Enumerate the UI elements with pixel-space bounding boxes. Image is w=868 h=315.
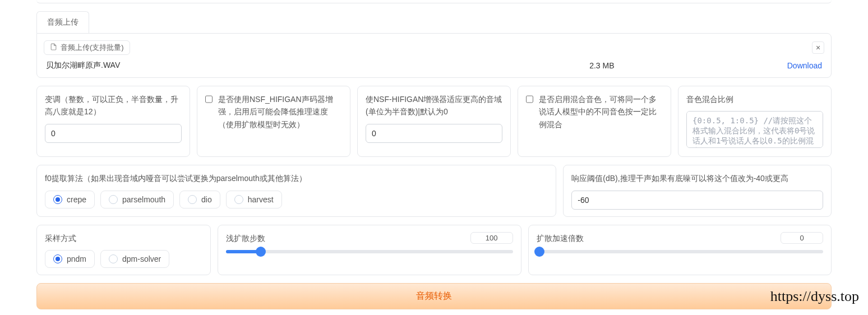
mix-enable-checkbox[interactable]	[526, 95, 533, 103]
tab-audio-upload[interactable]: 音频上传	[36, 11, 89, 33]
f0-option-label: harvest	[248, 195, 274, 204]
radio-circle-icon	[234, 195, 243, 204]
mix-enable-label: 是否启用混合音色，可将同一个多说话人模型中的不同音色按一定比例混合	[539, 93, 663, 131]
download-link[interactable]: Download	[787, 61, 822, 70]
diffusion-accel-label: 扩散加速倍数	[537, 232, 584, 244]
upload-button[interactable]: 音频上传(支持批量)	[44, 40, 130, 55]
f0-option-harvest[interactable]: harvest	[226, 191, 282, 209]
f0-option-label: dio	[201, 195, 212, 204]
sampling-option-label: dpm-solver	[122, 254, 161, 263]
radio-circle-icon	[109, 254, 118, 263]
radio-circle-icon	[109, 195, 118, 204]
close-icon[interactable]: ×	[812, 41, 824, 54]
shallow-diffusion-value[interactable]: 100	[470, 232, 513, 244]
shallow-diffusion-slider[interactable]	[226, 250, 513, 253]
mix-enable-cell: 是否启用混合音色，可将同一个多说话人模型中的不同音色按一定比例混合	[518, 86, 671, 157]
pitch-input[interactable]	[45, 124, 182, 143]
f0-label: f0提取算法（如果出现音域内哑音可以尝试更换为parselmouth或其他算法）	[45, 172, 548, 184]
nsf-semitones-cell: 使NSF-HIFIGAN增强器适应更高的音域(单位为半音数)|默认为0	[357, 86, 511, 157]
file-row: 贝加尔湖畔原声.WAV 2.3 MB Download	[44, 58, 824, 71]
f0-option-parselmouth[interactable]: parselmouth	[100, 191, 174, 209]
threshold-cell: 响应阈值(dB),推理干声如果有底噪可以将这个值改为-40或更高	[563, 165, 832, 216]
sampling-option-label: pndm	[67, 254, 86, 263]
file-name: 贝加尔湖畔原声.WAV	[46, 61, 417, 71]
f0-option-dio[interactable]: dio	[179, 191, 220, 209]
watermark: https://dyss.top	[770, 288, 859, 305]
nsf-semitones-input[interactable]	[366, 124, 502, 143]
upload-label-text: 音频上传(支持批量)	[61, 43, 124, 53]
threshold-input[interactable]	[571, 191, 823, 210]
shallow-diffusion-label: 浅扩散步数	[226, 232, 265, 244]
nsf-enhance-cell: 是否使用NSF_HIFIGAN声码器增强，启用后可能会降低推理速度（使用扩散模型…	[197, 86, 350, 157]
nsf-enhance-label: 是否使用NSF_HIFIGAN声码器增强，启用后可能会降低推理速度（使用扩散模型…	[218, 93, 342, 131]
mix-ratio-label: 音色混合比例	[686, 93, 823, 105]
sampling-option-pndm[interactable]: pndm	[45, 250, 95, 268]
f0-cell: f0提取算法（如果出现音域内哑音可以尝试更换为parselmouth或其他算法）…	[36, 165, 556, 216]
diffusion-accel-value[interactable]: 0	[781, 232, 823, 244]
f0-option-label: parselmouth	[122, 195, 165, 204]
diffusion-accel-slider[interactable]	[537, 250, 823, 253]
sampling-label: 采样方式	[45, 232, 202, 244]
radio-circle-icon	[53, 254, 62, 263]
nsf-semitones-label: 使NSF-HIFIGAN增强器适应更高的音域(单位为半音数)|默认为0	[366, 93, 502, 118]
threshold-label: 响应阈值(dB),推理干声如果有底噪可以将这个值改为-40或更高	[571, 172, 823, 184]
mix-ratio-input[interactable]	[686, 111, 823, 148]
f0-option-label: crepe	[67, 195, 86, 204]
upload-panel: 音频上传(支持批量) × 贝加尔湖畔原声.WAV 2.3 MB Download	[36, 33, 832, 78]
radio-circle-icon	[188, 195, 197, 204]
file-icon	[50, 43, 57, 52]
nsf-enhance-checkbox[interactable]	[205, 95, 213, 103]
radio-circle-icon	[53, 195, 62, 204]
sampling-cell: 采样方式 pndmdpm-solver	[36, 225, 211, 275]
diffusion-accel-cell: 扩散加速倍数 0	[528, 225, 832, 275]
run-button[interactable]: 音频转换	[36, 283, 832, 309]
mix-ratio-cell: 音色混合比例	[678, 86, 832, 157]
pitch-cell: 变调（整数，可以正负，半音数量，升高八度就是12）	[36, 86, 190, 157]
shallow-diffusion-cell: 浅扩散步数 100	[218, 225, 521, 275]
file-size: 2.3 MB	[417, 61, 787, 70]
f0-option-crepe[interactable]: crepe	[45, 191, 95, 209]
pitch-label: 变调（整数，可以正负，半音数量，升高八度就是12）	[45, 93, 182, 118]
sampling-option-dpm-solver[interactable]: dpm-solver	[100, 250, 169, 268]
